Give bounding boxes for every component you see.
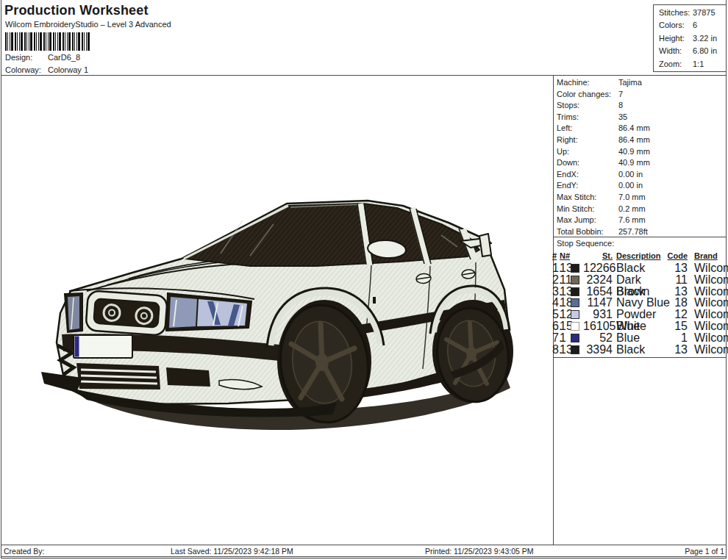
design-barcode <box>5 32 90 51</box>
stop-row: 7.152Blue1Wilcom <box>552 332 725 344</box>
colorway-label: Colorway: <box>5 64 48 76</box>
stop-sequence-divider <box>553 237 727 237</box>
stop-row: 1.1312266Black13Wilcom <box>552 262 725 274</box>
page-number-label: Page 1 of 1 <box>685 546 724 556</box>
col-needle: N# <box>560 251 571 260</box>
footer-divider <box>1 545 727 545</box>
stop-row: 5.12931Powder Blue12Wilcom <box>552 309 725 320</box>
colorway-row: Colorway: Colorway 1 <box>5 64 88 76</box>
machine-row: Up:40.9 mm <box>554 146 726 158</box>
footer-underline <box>677 556 727 557</box>
footer-underline <box>422 556 677 557</box>
stop-sequence-header: # N# St. Description Code Brand <box>552 251 725 260</box>
design-value: CarD6_8 <box>48 51 80 63</box>
machine-row: Down:40.9 mm <box>554 157 726 169</box>
machine-row: Max Stitch:7.0 mm <box>554 192 726 204</box>
design-stats-box: Stitches:37875 Colors:6 Height:3.22 in W… <box>653 4 727 72</box>
colorway-value: Colorway 1 <box>48 64 88 76</box>
stat-zoom: Zoom:1:1 <box>659 58 726 71</box>
machine-row: Left:86.4 mm <box>554 123 726 134</box>
col-code: Code <box>668 251 688 260</box>
machine-row: Trims:35 <box>554 112 726 123</box>
table-bottom-divider <box>553 357 727 358</box>
car-grille <box>85 290 168 335</box>
col-num: # <box>552 251 560 260</box>
printed-label: Printed: 11/25/2023 9:43:05 PM <box>425 546 534 556</box>
machine-row: EndY:0.00 in <box>554 180 726 192</box>
stop-row: 6.1516105White15Wilcom <box>552 320 725 332</box>
stop-row: 2.112324Dark Brown11Wilcom <box>552 274 725 286</box>
page-border-left <box>1 0 1 559</box>
machine-row: Color changes:7 <box>554 89 726 101</box>
machine-panel: Machine:Tajima Color changes:7 Stops:8 T… <box>554 77 726 237</box>
machine-row: Machine:Tajima <box>554 77 726 89</box>
stop-sequence-table: 1.1312266Black13Wilcom 2.112324Dark Brow… <box>552 262 725 355</box>
stat-width: Width:6.80 in <box>659 45 726 57</box>
page-border-bottom <box>1 558 727 559</box>
machine-row: Total Bobbin:257.78ft <box>554 226 726 238</box>
production-worksheet-page: Production Worksheet Wilcom EmbroiderySt… <box>0 0 728 560</box>
thread-swatch <box>571 276 579 284</box>
footer-underline <box>169 556 422 557</box>
header-divider <box>1 75 727 76</box>
thread-swatch <box>571 322 579 331</box>
design-label: Design: <box>5 51 48 63</box>
stat-stitches: Stitches:37875 <box>659 7 726 19</box>
col-brand: Brand <box>688 251 725 260</box>
app-subtitle: Wilcom EmbroideryStudio – Level 3 Advanc… <box>5 20 171 29</box>
machine-row: EndX:0.00 in <box>554 169 726 181</box>
thread-swatch <box>571 345 579 354</box>
design-preview-car <box>37 197 522 434</box>
last-saved-label: Last Saved: 11/25/2023 9:42:18 PM <box>171 546 293 556</box>
design-name-row: Design: CarD6_8 <box>5 51 80 63</box>
page-title: Production Worksheet <box>4 3 149 18</box>
stop-sequence-title: Stop Sequence: <box>557 239 614 248</box>
thread-swatch <box>571 298 579 307</box>
thread-swatch <box>571 264 579 273</box>
thread-swatch <box>571 310 579 319</box>
col-description: Description <box>613 251 670 260</box>
stat-colors: Colors:6 <box>659 19 726 32</box>
stat-height: Height:3.22 in <box>659 32 726 45</box>
created-by-label: Created By: <box>4 546 44 556</box>
machine-row: Min Stitch:0.2 mm <box>554 204 726 215</box>
machine-row: Stops:8 <box>554 100 726 112</box>
col-stitches: St. <box>583 251 613 260</box>
stop-row: 3.131654Black13Wilcom <box>552 286 725 298</box>
thread-swatch <box>571 287 579 296</box>
car-license-plate <box>74 335 132 358</box>
stop-row: 4.181147Navy Blue18Wilcom <box>552 297 725 309</box>
footer-underline <box>1 556 169 557</box>
stop-row: 8.133394Black13Wilcom <box>552 344 725 356</box>
machine-row: Right:86.4 mm <box>554 134 726 146</box>
thread-swatch <box>571 334 579 342</box>
machine-row: Max Jump:7.6 mm <box>554 215 726 226</box>
